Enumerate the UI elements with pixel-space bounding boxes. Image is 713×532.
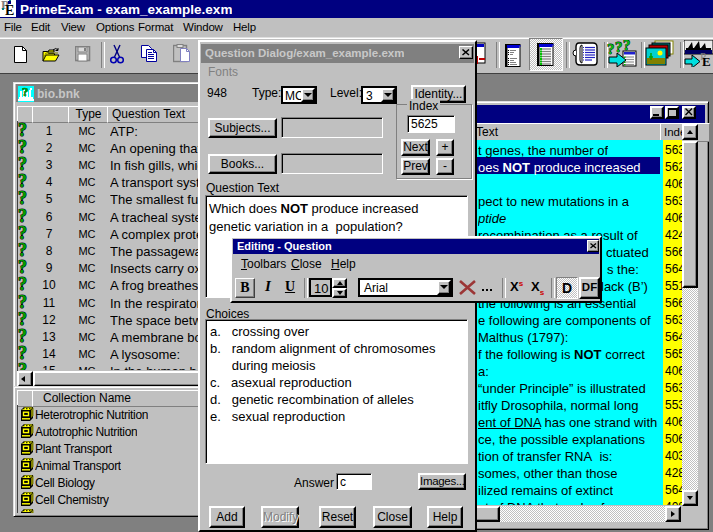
svg-text:P: P	[700, 50, 706, 62]
svg-text:?: ?	[18, 276, 27, 294]
svg-text:?: ?	[18, 259, 27, 277]
svg-text:?: ?	[623, 40, 631, 53]
svg-text:?: ?	[18, 173, 27, 191]
svg-text:?: ?	[18, 156, 27, 174]
svg-text:?: ?	[18, 328, 27, 346]
svg-text:?: ?	[18, 225, 27, 243]
svg-text:?: ?	[18, 242, 27, 260]
svg-text:?: ?	[18, 294, 27, 312]
svg-text:?: ?	[18, 139, 27, 157]
svg-text:?: ?	[22, 86, 29, 99]
svg-text:?: ?	[18, 311, 27, 329]
svg-text:?: ?	[18, 208, 27, 226]
svg-text:?: ?	[615, 40, 623, 55]
svg-text:?: ?	[18, 190, 27, 208]
svg-text:?: ?	[607, 41, 615, 57]
svg-text:?: ?	[18, 362, 27, 370]
svg-text:?: ?	[18, 345, 27, 363]
svg-text:?: ?	[18, 122, 27, 140]
